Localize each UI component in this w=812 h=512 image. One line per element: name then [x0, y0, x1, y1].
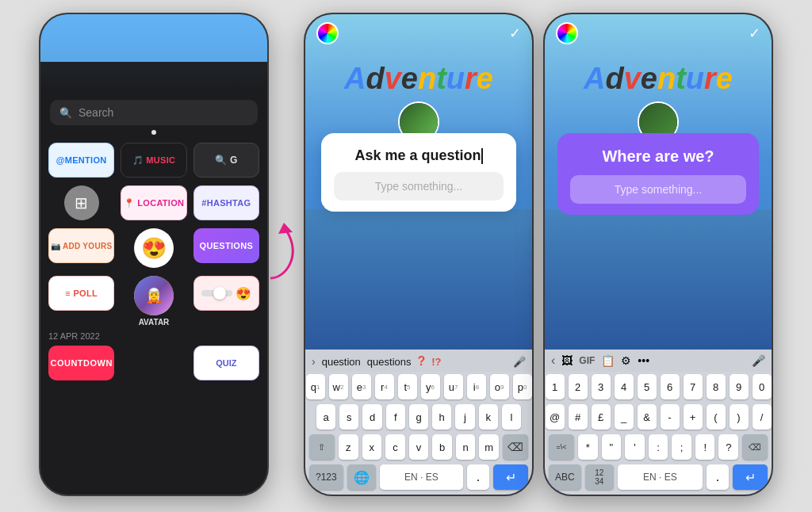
key-lparen[interactable]: ( [707, 404, 726, 430]
question-sticker-white[interactable]: Ask me a question Type something... [321, 133, 516, 212]
key-lang[interactable]: EN · ES [380, 464, 463, 490]
key-n[interactable]: n [456, 434, 476, 460]
key-period[interactable]: . [467, 464, 489, 490]
key-u[interactable]: u7 [444, 374, 463, 399]
key-d[interactable]: d [362, 404, 381, 430]
key-pagenum[interactable]: 1234 [585, 464, 614, 490]
key-r[interactable]: r4 [375, 374, 394, 399]
key-enter-3[interactable]: ↵ [733, 464, 768, 490]
sticker-hashtag[interactable]: #HASHTAG [193, 185, 259, 220]
key-plus[interactable]: + [684, 404, 703, 430]
key-m[interactable]: m [479, 434, 499, 460]
key-0[interactable]: 0 [753, 374, 772, 399]
key-o[interactable]: o9 [490, 374, 509, 399]
key-semicolon[interactable]: ; [672, 434, 691, 460]
key-3[interactable]: 3 [592, 374, 611, 399]
key-quote[interactable]: " [602, 434, 622, 460]
key-amp[interactable]: & [638, 404, 657, 430]
key-1[interactable]: 1 [546, 374, 565, 399]
key-s[interactable]: s [339, 404, 358, 430]
key-dash[interactable]: - [661, 404, 680, 430]
sticker-slider[interactable]: 😍 [193, 276, 259, 311]
color-wheel-icon[interactable] [316, 22, 339, 44]
key-b[interactable]: b [432, 434, 452, 460]
toolbar-settings[interactable]: ⚙ [621, 354, 631, 367]
mic-icon[interactable]: 🎤 [513, 356, 526, 368]
key-e[interactable]: e3 [352, 374, 371, 399]
suggestion-questions[interactable]: questions [367, 356, 412, 368]
toolbar-img[interactable]: 🖼 [561, 354, 573, 367]
key-j[interactable]: j [455, 404, 474, 430]
question-input[interactable]: Type something... [334, 172, 504, 201]
key-delete[interactable]: ⌫ [503, 434, 528, 460]
key-backspace-3[interactable]: ⌫ [742, 434, 768, 460]
key-c[interactable]: c [385, 434, 405, 460]
key-k[interactable]: k [479, 404, 498, 430]
key-period-3[interactable]: . [707, 464, 729, 490]
toolbar-clipboard[interactable]: 📋 [601, 354, 615, 367]
key-8[interactable]: 8 [707, 374, 726, 399]
key-h[interactable]: h [432, 404, 451, 430]
key-y[interactable]: y6 [421, 374, 440, 399]
key-g[interactable]: g [409, 404, 428, 430]
key-q[interactable]: q1 [306, 374, 325, 399]
sticker-questions[interactable]: QUESTIONS [193, 228, 259, 263]
key-rparen[interactable]: ) [730, 404, 749, 430]
key-shift[interactable]: ⇧ [309, 434, 335, 460]
sticker-avatar[interactable]: 🧝 [134, 276, 174, 315]
sticker-quiz[interactable]: QUIZ [193, 346, 259, 380]
suggestion-question-mark[interactable]: ? [417, 354, 425, 369]
key-slash[interactable]: / [753, 404, 772, 430]
key-lang-3[interactable]: EN · ES [618, 464, 703, 490]
key-t[interactable]: t5 [398, 374, 417, 399]
key-z[interactable]: z [339, 434, 358, 460]
key-emoji[interactable]: 🌐 [347, 464, 376, 490]
key-exclaim[interactable]: ! [695, 434, 715, 460]
search-bar[interactable]: 🔍 Search [50, 100, 258, 125]
sticker-poll[interactable]: ≡ POLL [48, 276, 114, 311]
key-i[interactable]: i8 [467, 374, 486, 399]
key-6[interactable]: 6 [661, 374, 680, 399]
sticker-emoji-face[interactable]: 😍 [134, 228, 174, 268]
toolbar-gif[interactable]: GIF [579, 355, 595, 366]
toolbar-more[interactable]: ••• [638, 354, 649, 367]
key-star[interactable]: * [578, 434, 598, 460]
question-input-purple[interactable]: Type something... [570, 175, 746, 204]
key-pound[interactable]: £ [592, 404, 611, 430]
key-5[interactable]: 5 [638, 374, 657, 399]
key-f[interactable]: f [386, 404, 405, 430]
key-special-combo[interactable]: =\< [549, 434, 574, 460]
sticker-music[interactable]: 🎵 MUSIC [121, 143, 186, 178]
sticker-gif[interactable]: 🔍 G [193, 143, 259, 178]
key-at[interactable]: @ [546, 404, 565, 430]
done-checkmark-3[interactable]: ✓ [749, 25, 760, 42]
sticker-add-button[interactable]: ⊞ [64, 185, 99, 220]
key-a[interactable]: a [316, 404, 335, 430]
key-p[interactable]: p0 [513, 374, 532, 399]
sticker-location[interactable]: 📍 LOCATION [121, 185, 186, 220]
key-hash[interactable]: # [569, 404, 588, 430]
key-9[interactable]: 9 [730, 374, 749, 399]
suggestion-question[interactable]: question [322, 356, 361, 368]
key-4[interactable]: 4 [615, 374, 634, 399]
sticker-mention[interactable]: @MENTION [48, 143, 114, 178]
key-x[interactable]: x [362, 434, 382, 460]
sticker-countdown[interactable]: COUNTDOWN [48, 346, 114, 380]
toolbar-mic[interactable]: 🎤 [752, 354, 765, 367]
key-question[interactable]: ? [718, 434, 738, 460]
sticker-addyours[interactable]: 📷 ADD YOURS [48, 228, 114, 263]
key-2[interactable]: 2 [569, 374, 588, 399]
key-enter[interactable]: ↵ [493, 464, 528, 490]
toolbar-chevron[interactable]: ‹ [551, 353, 555, 368]
key-underscore[interactable]: _ [615, 404, 634, 430]
suggestion-interrobang[interactable]: !? [431, 356, 441, 368]
key-colon[interactable]: : [649, 434, 668, 460]
done-checkmark[interactable]: ✓ [509, 25, 521, 42]
key-num[interactable]: ?123 [309, 464, 343, 490]
key-v[interactable]: v [409, 434, 429, 460]
color-wheel-icon-3[interactable] [556, 22, 578, 44]
key-abc[interactable]: ABC [549, 464, 581, 490]
key-l[interactable]: l [502, 404, 521, 430]
question-sticker-purple[interactable]: Where are we? Type something... [557, 133, 759, 215]
key-w[interactable]: w2 [329, 374, 348, 399]
